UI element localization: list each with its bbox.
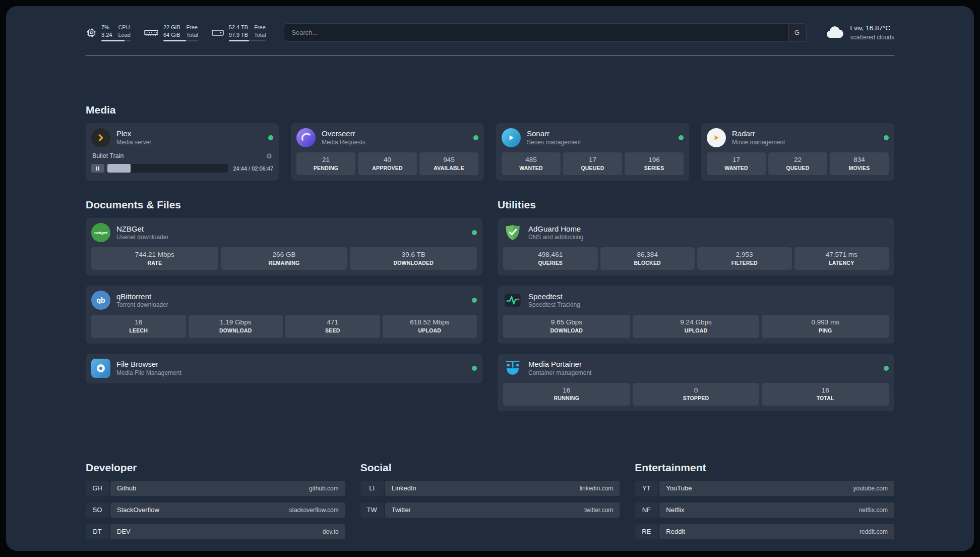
bookmark-reddit[interactable]: RE Reddit reddit.com bbox=[635, 524, 894, 539]
bookmark-url: netflix.com bbox=[859, 507, 888, 514]
stat-tile: 2,953 FILTERED bbox=[697, 247, 792, 270]
stat-value: 0.993 ms bbox=[763, 318, 887, 327]
bookmark-youtube[interactable]: YT YouTube youtube.com bbox=[635, 481, 894, 496]
service-description: Media File Management bbox=[116, 369, 181, 377]
service-name: Media Portainer bbox=[528, 359, 591, 369]
service-name: Radarr bbox=[732, 129, 785, 139]
stat-value: 0 bbox=[634, 386, 758, 395]
disk-free-label: Free bbox=[254, 24, 266, 31]
stat-value: 498,461 bbox=[505, 250, 596, 259]
service-card-speedtest[interactable]: Speedtest Speedtest Tracking 9.65 Gbps D… bbox=[498, 286, 894, 343]
bookmark-dev[interactable]: DT DEV dev.to bbox=[86, 524, 345, 539]
memory-progress-bar bbox=[163, 40, 198, 41]
bookmark-linkedin[interactable]: LI LinkedIn linkedin.com bbox=[360, 481, 620, 496]
bookmark-url: youtube.com bbox=[853, 485, 888, 492]
bookmark-abbr: GH bbox=[86, 481, 109, 496]
search-bar: G bbox=[284, 23, 806, 42]
bookmark-group-entertainment: Entertainment YT YouTube youtube.com NF … bbox=[635, 462, 894, 539]
service-description: Movie management bbox=[732, 139, 785, 147]
stat-value: 1.19 Gbps bbox=[190, 318, 282, 327]
search-input[interactable] bbox=[284, 24, 787, 41]
service-card-filebrowser[interactable]: File Browser Media File Management bbox=[86, 354, 482, 383]
bookmark-twitter[interactable]: TW Twitter twitter.com bbox=[360, 503, 620, 518]
cloud-icon bbox=[825, 25, 845, 41]
adguard-icon bbox=[503, 223, 522, 242]
status-dot bbox=[679, 135, 684, 140]
now-playing-title: Bullet Train bbox=[92, 152, 124, 159]
section-title-entertainment: Entertainment bbox=[635, 462, 894, 474]
bookmark-name: YouTube bbox=[666, 484, 692, 492]
service-description: Usenet downloader bbox=[116, 234, 168, 242]
service-card-portainer[interactable]: Media Portainer Container management 16 … bbox=[498, 354, 894, 411]
gear-icon[interactable]: ⚙ bbox=[266, 152, 272, 160]
bookmark-name: LinkedIn bbox=[392, 484, 416, 492]
memory-free-label: Free bbox=[187, 24, 198, 31]
stat-value: 16 bbox=[93, 318, 185, 327]
cpu-load-value: 3.24 bbox=[101, 31, 112, 39]
bookmark-name: Twitter bbox=[392, 506, 411, 514]
disk-total-value: 97.9 TB bbox=[229, 31, 248, 39]
memory-total-value: 64 GiB bbox=[163, 31, 180, 39]
disk-total-label: Total bbox=[254, 31, 266, 39]
bookmark-github[interactable]: GH Github github.com bbox=[86, 481, 345, 496]
stat-label: QUERIES bbox=[505, 259, 596, 267]
pause-button[interactable] bbox=[91, 164, 104, 173]
status-dot bbox=[884, 366, 889, 371]
stat-value: 22 bbox=[770, 155, 826, 164]
disk-free-value: 52.4 TB bbox=[229, 24, 248, 31]
stat-value: 17 bbox=[708, 155, 764, 164]
stat-value: 834 bbox=[831, 155, 887, 164]
bookmark-netflix[interactable]: NF Netflix netflix.com bbox=[635, 503, 894, 518]
weather-condition: scattered clouds bbox=[850, 33, 894, 41]
stat-label: QUEUED bbox=[770, 164, 826, 172]
memory-free-value: 22 GiB bbox=[163, 24, 180, 31]
stat-tile: 17 QUEUED bbox=[563, 152, 622, 175]
stat-tile: 9.65 Gbps DOWNLOAD bbox=[503, 315, 630, 338]
stat-label: UPLOAD bbox=[384, 327, 476, 335]
resource-memory: 22 GiB 64 GiB Free Total bbox=[144, 24, 198, 42]
service-name: AdGuard Home bbox=[528, 224, 583, 234]
disk-icon bbox=[211, 28, 224, 38]
resource-cpu: 7% 3.24 CPU Load bbox=[86, 24, 131, 42]
stat-label: DOWNLOADED bbox=[351, 259, 475, 267]
memory-icon bbox=[144, 28, 159, 38]
service-card-radarr[interactable]: Radarr Movie management 17 WANTED 22 QUE… bbox=[701, 123, 894, 181]
cpu-progress-bar bbox=[101, 40, 131, 41]
bookmark-stackoverflow[interactable]: SO StackOverflow stackoverflow.com bbox=[86, 503, 345, 518]
stat-label: QUEUED bbox=[565, 164, 621, 172]
weather-location: Lviv, 16.87°C bbox=[850, 24, 894, 33]
service-name: Plex bbox=[116, 129, 151, 139]
service-card-adguard[interactable]: AdGuard Home DNS and adblocking 498,461 … bbox=[498, 218, 894, 275]
stat-label: RUNNING bbox=[505, 395, 629, 402]
service-description: Torrent downloader bbox=[116, 301, 168, 309]
service-name: File Browser bbox=[116, 359, 181, 369]
stat-tile: 196 SERIES bbox=[625, 152, 684, 175]
resource-disk: 52.4 TB 97.9 TB Free Total bbox=[211, 24, 266, 42]
service-card-qbittorrent[interactable]: qb qBittorrent Torrent downloader 16 LEE… bbox=[86, 286, 482, 343]
stat-value: 86,384 bbox=[602, 250, 694, 259]
header-divider bbox=[86, 55, 894, 55]
stat-tile: 86,384 BLOCKED bbox=[600, 247, 695, 270]
playback-progress-bar[interactable] bbox=[107, 164, 228, 173]
stat-value: 21 bbox=[298, 155, 354, 164]
bookmark-name: DEV bbox=[117, 528, 131, 535]
bookmark-name: Reddit bbox=[666, 528, 685, 535]
radarr-icon bbox=[707, 128, 726, 147]
bookmark-url: dev.to bbox=[323, 528, 339, 535]
service-card-plex[interactable]: Plex Media server Bullet Train ⚙ 24:44 /… bbox=[86, 123, 279, 181]
stat-value: 266 GB bbox=[222, 250, 346, 259]
service-card-nzbget[interactable]: nzbget NZBGet Usenet downloader 744.21 M… bbox=[86, 218, 482, 275]
service-name: NZBGet bbox=[116, 224, 168, 234]
status-dot bbox=[472, 298, 477, 303]
stat-tile: 498,461 QUERIES bbox=[503, 247, 598, 270]
stat-label: RATE bbox=[93, 259, 217, 267]
weather-widget[interactable]: Lviv, 16.87°C scattered clouds bbox=[825, 24, 894, 41]
service-card-sonarr[interactable]: Sonarr Series management 485 WANTED 17 Q… bbox=[496, 123, 689, 181]
search-provider-button[interactable]: G bbox=[788, 24, 806, 41]
stat-label: WANTED bbox=[503, 164, 559, 172]
service-card-overseerr[interactable]: Overseerr Media Requests 21 PENDING 40 A… bbox=[291, 123, 484, 181]
service-description: DNS and adblocking bbox=[528, 234, 583, 242]
speedtest-icon bbox=[503, 291, 522, 310]
stat-label: LEECH bbox=[93, 327, 185, 335]
service-name: Speedtest bbox=[528, 292, 580, 302]
